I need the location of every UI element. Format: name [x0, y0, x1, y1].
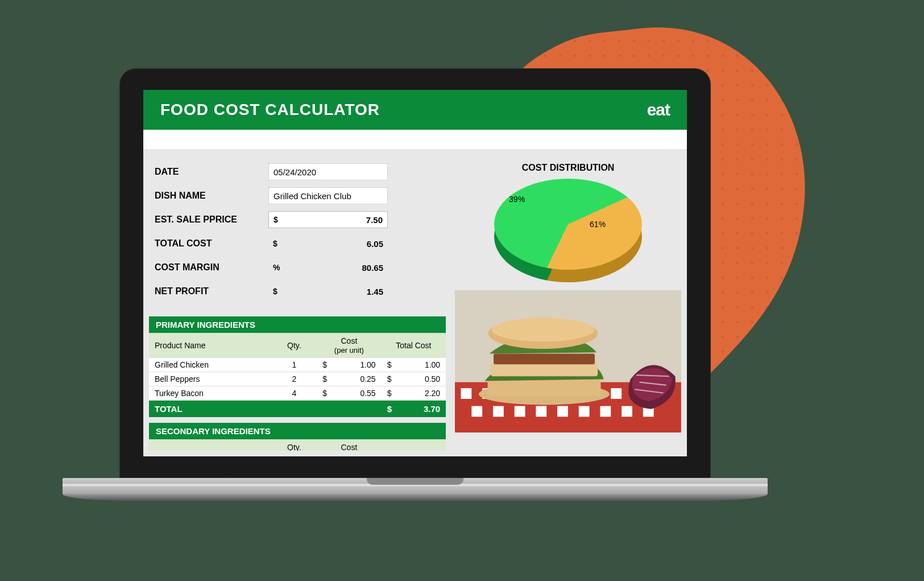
right-column: COST DISTRIBUTION 39% 61% [455, 156, 681, 451]
pie-slice-label-b: 61% [590, 220, 606, 229]
col-qty: Qty. [272, 439, 317, 451]
sale-price-value: 7.50 [285, 215, 383, 225]
secondary-ingredients-heading: SECONDARY INGREDIENTS [149, 423, 446, 439]
total-cost-value: 6.05 [284, 239, 383, 249]
dish-name-value: Grilled Chicken Club [274, 191, 383, 201]
net-profit-display: $ 1.45 [268, 283, 388, 300]
svg-rect-14 [493, 406, 504, 417]
ingredient-qty: 1 [272, 358, 317, 372]
total-cost-unit: $ [273, 239, 284, 248]
svg-rect-16 [536, 406, 547, 417]
cost-margin-unit: % [273, 263, 284, 272]
table-row[interactable]: Bell Peppers 2 $0.25 $0.50 [149, 372, 446, 386]
ingredient-name: Turkey Bacon [149, 386, 272, 400]
svg-rect-19 [600, 406, 611, 417]
ingredient-name: Grilled Chicken [149, 358, 272, 372]
cost-margin-value: 80.65 [284, 263, 383, 273]
sale-price-input[interactable]: $ 7.50 [268, 211, 388, 228]
laptop-mockup: FOOD COST CALCULATOR eat DATE 05/24/2020 [85, 68, 745, 541]
svg-rect-24 [491, 363, 598, 376]
pie-slice-label-a: 39% [509, 195, 525, 204]
total-cost-display: $ 6.05 [268, 235, 388, 252]
app-header: FOOD COST CALCULATOR eat [143, 90, 687, 130]
dish-photo [455, 290, 681, 432]
app-title: FOOD COST CALCULATOR [160, 101, 380, 119]
svg-rect-18 [579, 406, 590, 417]
ingredient-unit-cost: $1.00 [317, 358, 382, 372]
col-product: Product Name [149, 337, 272, 353]
total-label: TOTAL [149, 401, 272, 417]
table-row[interactable]: Turkey Bacon 4 $0.55 $2.20 [149, 386, 446, 401]
cost-margin-display: % 80.65 [268, 259, 388, 276]
main-content: DATE 05/24/2020 DISH NAME Grilled Chicke… [143, 149, 687, 451]
app-screen: FOOD COST CALCULATOR eat DATE 05/24/2020 [143, 90, 687, 456]
ingredient-total-cost: $1.00 [382, 358, 446, 372]
col-unit-cost: Cost (per unit) [317, 333, 382, 358]
svg-rect-15 [515, 406, 525, 417]
primary-ingredients-body: Grilled Chicken 1 $1.00 $1.00 Bell Peppe… [149, 358, 446, 401]
primary-total-value: $3.70 [382, 401, 446, 417]
ingredient-qty: 2 [272, 372, 317, 386]
chart-title: COST DISTRIBUTION [455, 163, 681, 173]
ingredient-unit-cost: $0.25 [317, 372, 382, 386]
ingredient-name: Bell Peppers [149, 372, 272, 386]
laptop-base [63, 478, 768, 512]
dish-name-input[interactable]: Grilled Chicken Club [268, 187, 388, 204]
ingredient-unit-cost: $0.55 [317, 386, 382, 400]
svg-point-27 [492, 318, 594, 342]
header-divider [143, 130, 687, 149]
total-cost-label: TOTAL COST [155, 238, 268, 249]
svg-rect-23 [488, 379, 601, 395]
svg-rect-17 [557, 406, 568, 417]
primary-ingredients-heading: PRIMARY INGREDIENTS [149, 316, 446, 333]
ingredient-total-cost: $0.50 [382, 372, 446, 386]
sale-price-unit: $ [274, 215, 285, 224]
table-row[interactable]: Grilled Chicken 1 $1.00 $1.00 [149, 358, 446, 372]
primary-total-row: TOTAL $3.70 [149, 401, 446, 417]
ingredient-total-cost: $2.20 [382, 386, 446, 400]
pie-chart: 39% 61% [455, 179, 681, 281]
summary-panel: DATE 05/24/2020 DISH NAME Grilled Chicke… [149, 156, 446, 316]
left-column: DATE 05/24/2020 DISH NAME Grilled Chicke… [149, 156, 446, 451]
pie-face [494, 179, 642, 270]
secondary-ingredients-columns: Qty. Cost [149, 439, 446, 451]
svg-rect-20 [621, 406, 632, 417]
date-value: 05/24/2020 [274, 167, 383, 177]
primary-ingredients-columns: Product Name Qty. Cost (per unit) Total … [149, 333, 446, 358]
svg-rect-13 [471, 406, 482, 417]
svg-rect-25 [494, 353, 595, 364]
net-profit-unit: $ [273, 287, 284, 296]
svg-rect-3 [461, 388, 472, 399]
sale-price-label: EST. SALE PPRICE [155, 215, 268, 225]
col-total-cost: Total Cost [382, 337, 446, 353]
cost-margin-label: COST MARGIN [155, 262, 268, 273]
date-label: DATE [155, 167, 268, 177]
date-input[interactable]: 05/24/2020 [268, 163, 388, 180]
col-qty: Qty. [272, 337, 317, 353]
net-profit-label: NET PROFIT [155, 286, 268, 296]
svg-rect-10 [611, 388, 621, 399]
col-unit-cost: Cost [317, 439, 382, 451]
laptop-bezel: FOOD COST CALCULATOR eat DATE 05/24/2020 [119, 68, 711, 478]
net-profit-value: 1.45 [284, 287, 383, 296]
brand-logo: eat [647, 100, 670, 120]
ingredient-qty: 4 [272, 386, 317, 400]
dish-name-label: DISH NAME [155, 191, 268, 201]
